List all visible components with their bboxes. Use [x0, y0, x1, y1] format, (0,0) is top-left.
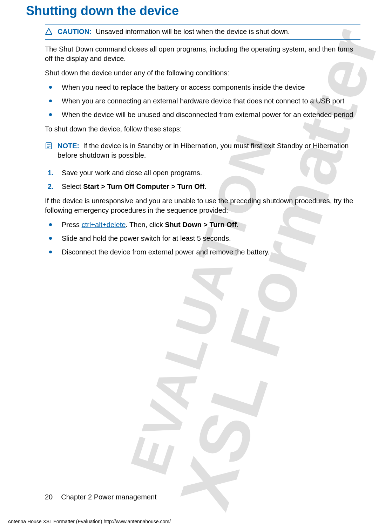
paragraph-3: To shut down the device, follow these st…: [45, 124, 360, 134]
steps-list: Save your work and close all open progra…: [45, 168, 360, 191]
caution-icon: [45, 28, 53, 35]
page-heading: Shutting down the device: [26, 4, 360, 18]
step-item: Save your work and close all open progra…: [45, 168, 360, 178]
chapter-label: Chapter 2 Power management: [61, 493, 156, 501]
bullet-list-2: Press ctrl+alt+delete. Then, click Shut …: [45, 220, 360, 257]
note-text: If the device is in Standby or in Hibern…: [58, 142, 349, 159]
caution-label: CAUTION:: [58, 28, 92, 35]
text: . Then, click: [126, 221, 165, 229]
text: .: [237, 221, 239, 229]
svg-point-1: [47, 142, 47, 143]
svg-point-3: [49, 142, 49, 143]
page-content: Shutting down the device CAUTION: Unsave…: [45, 0, 360, 257]
paragraph-2: Shut down the device under any of the fo…: [45, 68, 360, 78]
svg-point-4: [50, 142, 50, 143]
list-item: When you need to replace the battery or …: [45, 83, 360, 92]
step-text-bold: Start > Turn Off Computer > Turn Off: [83, 183, 204, 190]
text-bold: Shut Down > Turn Off: [165, 221, 237, 229]
formatter-imprint: Antenna House XSL Formatter (Evaluation)…: [8, 519, 171, 524]
list-item: When you are connecting an external hard…: [45, 96, 360, 106]
page-number: 20: [45, 493, 53, 501]
note-icon: [45, 142, 53, 150]
caution-text: Unsaved information will be lost when th…: [96, 28, 290, 35]
svg-point-2: [48, 142, 48, 143]
caution-callout: CAUTION: Unsaved information will be los…: [45, 25, 360, 40]
keyboard-shortcut-link[interactable]: ctrl+alt+delete: [82, 221, 126, 229]
bullet-list-1: When you need to replace the battery or …: [45, 83, 360, 120]
list-item: Slide and hold the power switch for at l…: [45, 234, 360, 243]
step-text-pre: Select: [62, 183, 83, 190]
page-footer: 20Chapter 2 Power management: [45, 493, 157, 501]
paragraph-4: If the device is unresponsive and you ar…: [45, 196, 360, 215]
list-item: When the device will be unused and disco…: [45, 110, 360, 120]
paragraph-1: The Shut Down command closes all open pr…: [45, 45, 360, 63]
list-item: Disconnect the device from external powe…: [45, 247, 360, 257]
note-callout: NOTE: If the device is in Standby or in …: [45, 139, 360, 163]
svg-rect-0: [46, 143, 52, 149]
step-item: Select Start > Turn Off Computer > Turn …: [45, 182, 360, 191]
note-label: NOTE:: [58, 142, 79, 150]
caution-body: CAUTION: Unsaved information will be los…: [58, 27, 360, 36]
step-text-post: .: [204, 183, 207, 190]
text: Press: [62, 221, 82, 229]
list-item: Press ctrl+alt+delete. Then, click Shut …: [45, 220, 360, 230]
note-body: NOTE: If the device is in Standby or in …: [58, 141, 360, 160]
